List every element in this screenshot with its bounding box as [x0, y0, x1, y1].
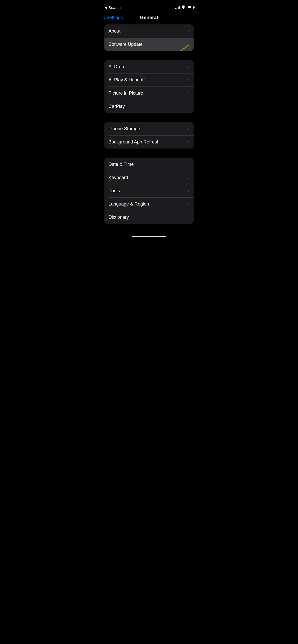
signal-bar-2 [177, 8, 177, 9]
language-region-row[interactable]: Language & Region › [104, 197, 194, 211]
fonts-chevron-icon: › [188, 188, 189, 193]
airdrop-label: AirDrop [109, 64, 124, 69]
background-app-refresh-row[interactable]: Background App Refresh › [104, 135, 194, 149]
fonts-label: Fonts [109, 188, 120, 194]
keyboard-row[interactable]: Keyboard › [104, 171, 194, 184]
status-bar: ◀ Search [99, 0, 199, 13]
wifi-icon [181, 5, 185, 9]
date-time-label: Date & Time [109, 162, 134, 167]
airplay-handoff-row[interactable]: AirPlay & Handoff › [104, 73, 194, 86]
carplay-label: CarPlay [109, 104, 125, 109]
picture-in-picture-label: Picture in Picture [109, 91, 143, 96]
software-update-row[interactable]: Software Update › [104, 38, 194, 51]
settings-back-button[interactable]: ‹ Settings [103, 15, 123, 20]
signal-icon [175, 6, 180, 9]
iphone-storage-label: iPhone Storage [109, 126, 140, 131]
page-title: General [140, 15, 158, 20]
battery-fill [188, 6, 191, 8]
carplay-row[interactable]: CarPlay › [104, 100, 194, 113]
fonts-row[interactable]: Fonts › [104, 184, 194, 197]
status-back-label: Search [109, 5, 121, 10]
language-region-chevron-icon: › [188, 202, 189, 206]
status-right [175, 5, 194, 9]
about-row[interactable]: About › [104, 24, 194, 38]
annotation-arrow [166, 45, 191, 51]
battery-icon [187, 6, 194, 9]
status-back: ◀ Search [104, 5, 121, 10]
dictionary-label: Dictionary [109, 215, 129, 220]
navigation-bar: ‹ Settings General [99, 13, 199, 24]
picture-in-picture-row[interactable]: Picture in Picture › [104, 86, 194, 100]
nav-back-label[interactable]: Settings [106, 15, 123, 20]
back-chevron-icon: ‹ [103, 15, 105, 20]
airplay-handoff-chevron-icon: › [188, 78, 189, 82]
airdrop-row[interactable]: AirDrop › [104, 60, 194, 73]
settings-group-2: AirDrop › AirPlay & Handoff › Picture in… [104, 60, 194, 113]
airdrop-chevron-icon: › [188, 64, 189, 69]
keyboard-label: Keyboard [109, 175, 128, 180]
about-label: About [109, 28, 120, 34]
picture-in-picture-chevron-icon: › [188, 91, 189, 95]
software-update-label: Software Update [109, 42, 143, 47]
signal-bar-4 [179, 6, 180, 9]
svg-line-1 [171, 45, 188, 51]
iphone-storage-row[interactable]: iPhone Storage › [104, 122, 194, 135]
date-time-row[interactable]: Date & Time › [104, 158, 194, 171]
settings-content: About › Software Update › AirDrop › AirP… [99, 24, 199, 224]
keyboard-chevron-icon: › [188, 175, 189, 180]
settings-group-4: Date & Time › Keyboard › Fonts › Languag… [104, 158, 194, 224]
home-bar [132, 236, 166, 237]
settings-group-1: About › Software Update › [104, 24, 194, 51]
iphone-storage-chevron-icon: › [188, 126, 189, 131]
background-app-refresh-chevron-icon: › [188, 140, 189, 144]
software-update-chevron-icon: › [188, 42, 189, 47]
home-indicator [99, 233, 199, 239]
language-region-label: Language & Region [109, 201, 149, 207]
signal-bar-1 [175, 8, 176, 9]
settings-group-3: iPhone Storage › Background App Refresh … [104, 122, 194, 149]
background-app-refresh-label: Background App Refresh [109, 139, 159, 145]
signal-bar-3 [178, 7, 179, 9]
back-arrow-icon: ◀ [104, 6, 107, 9]
carplay-chevron-icon: › [188, 104, 189, 109]
airplay-handoff-label: AirPlay & Handoff [109, 77, 145, 83]
dictionary-chevron-icon: › [188, 215, 189, 219]
dictionary-row[interactable]: Dictionary › [104, 211, 194, 224]
date-time-chevron-icon: › [188, 162, 189, 167]
about-chevron-icon: › [188, 29, 189, 33]
